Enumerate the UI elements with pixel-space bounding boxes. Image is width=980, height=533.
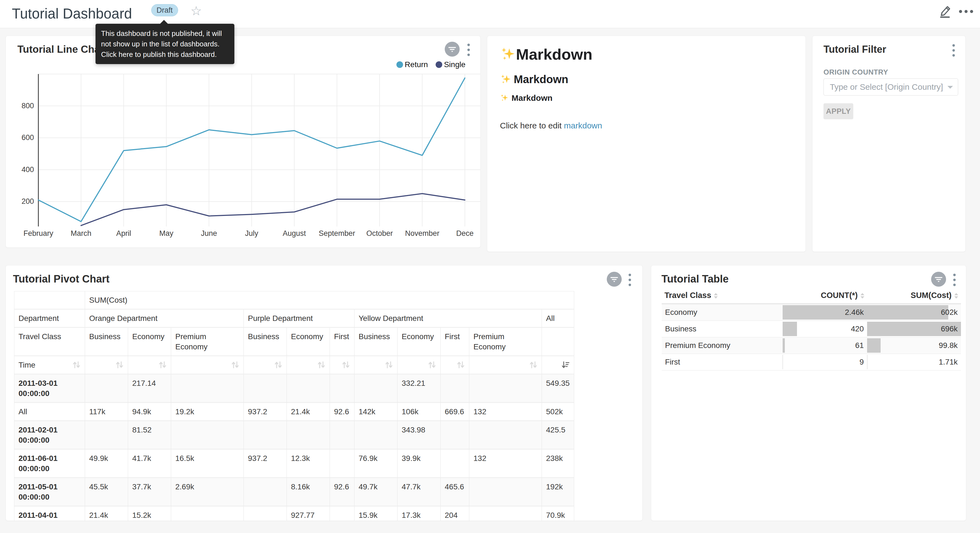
sort-icon[interactable]: [342, 361, 350, 369]
pivot-row-label: 2011-03-01 00:00:00: [14, 375, 85, 403]
column-header-travel-class[interactable]: Travel Class: [662, 287, 783, 304]
pivot-value-cell: 21.4k: [287, 403, 330, 421]
x-axis-tick-label: May: [159, 229, 173, 238]
cross-filter-icon[interactable]: [931, 272, 946, 287]
count-bar: [783, 355, 783, 369]
sort-icon[interactable]: [72, 361, 81, 369]
pivot-value-cell: 12.3k: [287, 450, 330, 478]
pivot-data-row: 2011-06-01 00:00:0049.9k41.7k16.5k937.21…: [14, 450, 574, 478]
pivot-value-cell: 142k: [355, 403, 398, 421]
pivot-group-header: All: [542, 310, 574, 328]
sort-icon[interactable]: [159, 361, 167, 369]
y-axis-tick-label: 800: [8, 102, 34, 110]
filter-kebab-menu-icon[interactable]: [951, 43, 956, 58]
table-row: First91.71k: [662, 354, 961, 370]
origin-country-select[interactable]: Type or Select [Origin Country]: [824, 78, 958, 96]
pivot-sort-header[interactable]: [244, 356, 287, 375]
pivot-sort-header[interactable]: [330, 356, 355, 375]
pivot-value-cell: 106k: [398, 403, 441, 421]
pivot-sort-header[interactable]: [469, 356, 542, 375]
edit-pencil-icon[interactable]: [939, 3, 953, 18]
sort-icon[interactable]: [428, 361, 436, 369]
sparkles-icon: [500, 46, 516, 62]
sort-icon[interactable]: [115, 361, 124, 369]
pivot-value-cell: 19.2k: [171, 403, 244, 421]
pivot-sort-header[interactable]: [355, 356, 398, 375]
travel-class-cell: Business: [662, 321, 783, 337]
pivot-group-header: Yellow Department: [355, 310, 542, 328]
pivot-data-row: 2011-05-01 00:00:0045.5k37.7k2.69k8.16k9…: [14, 478, 574, 506]
pivot-value-cell: 21.4k: [85, 506, 128, 521]
favorite-star-icon[interactable]: ☆: [191, 5, 202, 17]
pivot-sort-header[interactable]: [287, 356, 330, 375]
pivot-data-row: 2011-04-01 00:00:0021.4k15.2k927.7715.9k…: [14, 506, 574, 521]
markdown-heading-3: Markdown: [500, 93, 794, 103]
sparkles-icon: [500, 94, 509, 102]
pivot-sort-header[interactable]: [128, 356, 171, 375]
publish-tooltip: This dashboard is not published, it will…: [95, 24, 234, 64]
draft-status-badge[interactable]: Draft: [151, 4, 178, 16]
sort-icon[interactable]: [274, 361, 282, 369]
x-axis-tick-label: June: [201, 229, 217, 238]
pivot-value-cell: [244, 506, 287, 521]
x-axis-tick-label: April: [116, 229, 131, 238]
sum-bar: [867, 305, 948, 319]
sort-icon[interactable]: [529, 361, 538, 369]
pivot-value-cell: [441, 450, 469, 478]
pivot-value-cell: 94.9k: [128, 403, 171, 421]
pivot-value-cell: [469, 375, 542, 403]
pivot-sort-header[interactable]: [542, 356, 574, 375]
pivot-sort-header[interactable]: [441, 356, 469, 375]
pivot-value-cell: 549.35: [542, 375, 574, 403]
pivot-row-label: 2011-06-01 00:00:00: [14, 450, 85, 478]
pivot-value-cell: [441, 421, 469, 450]
draft-badge-label: Draft: [156, 6, 173, 14]
dashboard-page: Tutorial Dashboard Draft ☆ This dashboar…: [0, 0, 980, 533]
pivot-measure-label: SUM(Cost): [85, 291, 574, 310]
sort-desc-icon[interactable]: [562, 361, 570, 369]
more-options-icon[interactable]: [959, 10, 973, 13]
pivot-sort-header[interactable]: [171, 356, 244, 375]
sum-cell: 602k: [867, 304, 961, 321]
sort-icon[interactable]: [231, 361, 239, 369]
y-axis-tick-label: 200: [8, 197, 34, 206]
pivot-corner-cell: [14, 291, 85, 310]
table-header-row: Travel ClassCOUNT(*)SUM(Cost): [662, 287, 961, 304]
column-header-sum-cost[interactable]: SUM(Cost): [867, 287, 961, 304]
sort-carets-icon: [714, 293, 718, 298]
count-cell: 420: [783, 321, 867, 337]
pivot-value-cell: [469, 478, 542, 506]
data-table: Travel ClassCOUNT(*)SUM(Cost)Economy2.46…: [662, 287, 961, 370]
pivot-measure-row: SUM(Cost): [14, 291, 574, 310]
pivot-value-cell: [171, 421, 244, 450]
markdown-heading-1: Markdown: [500, 45, 794, 63]
filter-card-title: Tutorial Filter: [824, 44, 886, 55]
sort-icon[interactable]: [457, 361, 465, 369]
pivot-group-header: Orange Department: [85, 310, 244, 328]
pivot-sort-header[interactable]: [398, 356, 441, 375]
pivot-value-cell: 937.2: [244, 403, 287, 421]
cross-filter-icon[interactable]: [607, 272, 622, 287]
page-title: Tutorial Dashboard: [12, 6, 132, 22]
travel-class-cell: Economy: [662, 304, 783, 321]
sort-icon[interactable]: [317, 361, 326, 369]
pivot-chart-title: Tutorial Pivot Chart: [13, 273, 110, 285]
apply-button[interactable]: APPLY: [824, 103, 853, 119]
markdown-edit-link[interactable]: markdown: [564, 121, 602, 130]
pivot-value-cell: [330, 450, 355, 478]
pivot-value-cell: [244, 421, 287, 450]
pivot-sort-header[interactable]: [85, 356, 128, 375]
chevron-down-icon: [947, 86, 953, 89]
sort-icon[interactable]: [385, 361, 393, 369]
pivot-time-header[interactable]: Time: [14, 356, 85, 375]
x-axis-tick-label: August: [283, 229, 306, 238]
count-cell: 2.46k: [783, 304, 867, 321]
pivot-chart-card: Tutorial Pivot Chart SUM(Cost)Department…: [6, 265, 643, 521]
chart-kebab-menu-icon[interactable]: [952, 273, 957, 287]
pivot-value-cell: 92.6: [330, 403, 355, 421]
chart-kebab-menu-icon[interactable]: [627, 273, 632, 287]
pivot-class-header: First: [441, 328, 469, 356]
pivot-value-cell: 332.21: [398, 375, 441, 403]
column-header-count[interactable]: COUNT(*): [783, 287, 867, 304]
x-axis-tick-label: February: [24, 229, 53, 238]
